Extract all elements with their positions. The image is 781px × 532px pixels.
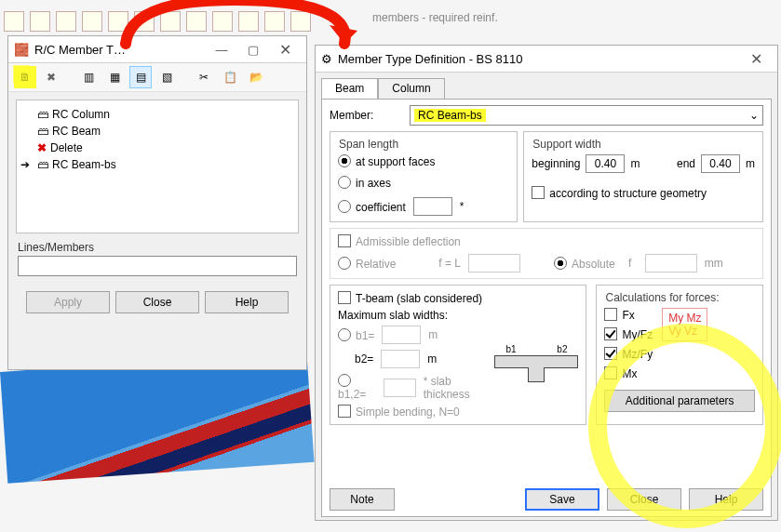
b2-label: b2= xyxy=(355,352,373,366)
app-icon: 🧱 xyxy=(14,43,29,57)
dim-b1: b1 xyxy=(505,344,516,354)
main-toolstrip: members - required reinf. xyxy=(0,11,516,32)
tree-label: RC Column xyxy=(52,107,110,122)
check-admissible-deflection: Admissible deflection xyxy=(338,235,461,248)
tabstrip: Beam Column xyxy=(316,73,777,99)
member-icon: 🗃 xyxy=(37,157,48,172)
maximize-button[interactable]: ▢ xyxy=(237,40,269,59)
lines-members-input[interactable] xyxy=(18,256,297,276)
member-icon: 🗃 xyxy=(37,107,48,122)
tree-item-rc-beam-bs[interactable]: ➔ 🗃 RC Beam-bs xyxy=(20,156,294,173)
tree-label: RC Beam xyxy=(52,124,101,139)
f-label: f xyxy=(623,257,638,270)
radio-b12: b1,2= xyxy=(338,374,376,401)
member-tree[interactable]: 🗃 RC Column 🗃 RC Beam ✖ Delete ➔ 🗃 RC Be… xyxy=(16,100,299,233)
slab-thk-label: * slab thickness xyxy=(424,375,488,401)
member-type-def-window: ⚙ Member Type Definition - BS 8110 ✕ Bea… xyxy=(315,45,778,521)
forces-line2: Vy Vz xyxy=(668,325,701,338)
close-button-panel[interactable]: Close xyxy=(607,488,681,511)
minimize-button[interactable]: — xyxy=(206,40,237,59)
unit-m: m xyxy=(630,157,640,170)
apply-button[interactable]: Apply xyxy=(26,291,110,313)
bg-tab-label: members - required reinf. xyxy=(316,11,498,30)
window-title-b: Member Type Definition - BS 8110 xyxy=(338,52,522,66)
support-width-title: Support width xyxy=(530,138,603,151)
rc-member-window: 🧱 R/C Member T… — ▢ ✕ 🗎 ✖ ▥ ▦ ▤ ▧ ✂ 📋 📂 … xyxy=(7,35,307,370)
highlight-new-icon xyxy=(13,65,30,84)
tree-label: RC Beam-bs xyxy=(52,157,116,172)
member-label: Member: xyxy=(330,109,402,122)
radio-in-axes[interactable]: in axes xyxy=(338,176,509,190)
beam-panel: Member: RC Beam-bs ⌄ Span length at supp… xyxy=(321,99,772,517)
tree-item-delete[interactable]: ✖ Delete xyxy=(20,140,294,156)
tree-item-rc-beam[interactable]: 🗃 RC Beam xyxy=(20,123,294,140)
check-myfz[interactable]: My/Fz xyxy=(604,327,653,341)
current-arrow-icon: ➔ xyxy=(20,157,30,172)
delete-icon: ✖ xyxy=(37,140,47,155)
tree-item-rc-column[interactable]: 🗃 RC Column xyxy=(20,106,294,123)
forces-line1: My Mz xyxy=(668,312,701,325)
chevron-down-icon: ⌄ xyxy=(749,109,759,122)
member-icon: 🗃 xyxy=(37,124,48,139)
abs-value xyxy=(645,254,697,273)
help-button[interactable]: Help xyxy=(205,291,289,313)
end-input[interactable]: 0.40 xyxy=(701,154,740,173)
canvas-model-view xyxy=(0,351,315,484)
titlebar-a[interactable]: 🧱 R/C Member T… — ▢ ✕ xyxy=(8,36,306,63)
radio-at-support[interactable]: at support faces xyxy=(338,154,509,168)
delete-x-icon[interactable]: ✖ xyxy=(40,66,62,88)
coef-star: * xyxy=(460,200,465,213)
gear-icon: ⚙ xyxy=(321,52,332,66)
tab-beam[interactable]: Beam xyxy=(321,78,378,99)
save-button[interactable]: Save xyxy=(525,488,599,511)
view4-icon[interactable]: ▧ xyxy=(155,66,178,88)
b1-input xyxy=(382,326,421,344)
lines-members-label: Lines/Members xyxy=(18,241,297,254)
dim-b2: b2 xyxy=(557,344,567,354)
coefficient-input[interactable] xyxy=(413,197,452,216)
beginning-input[interactable]: 0.40 xyxy=(586,154,625,173)
member-value: RC Beam-bs xyxy=(414,109,486,122)
radio-absolute: Absolute xyxy=(554,257,615,271)
f-eq-l: f = L xyxy=(438,257,461,270)
check-tbeam[interactable]: T-beam (slab considered) xyxy=(338,292,482,305)
paste-icon[interactable]: 📋 xyxy=(219,66,241,88)
cut-icon[interactable]: ✂ xyxy=(193,66,215,88)
beginning-label: beginning xyxy=(532,157,580,170)
window-title-a: R/C Member T… xyxy=(34,43,126,57)
unit-m: m xyxy=(427,352,437,366)
close-button[interactable]: Close xyxy=(115,291,199,313)
close-button-b[interactable]: ✕ xyxy=(740,49,772,68)
note-button[interactable]: Note xyxy=(330,488,395,511)
view1-icon[interactable]: ▥ xyxy=(77,66,100,88)
b2-input xyxy=(381,350,420,368)
unit-m: m xyxy=(428,328,438,341)
radio-b1: b1= xyxy=(338,328,374,342)
open-icon[interactable]: 📂 xyxy=(245,66,267,88)
member-select[interactable]: RC Beam-bs ⌄ xyxy=(410,105,763,126)
span-length-title: Span length xyxy=(336,138,401,151)
calc-forces-title: Calculations for forces: xyxy=(602,291,721,304)
titlebar-b[interactable]: ⚙ Member Type Definition - BS 8110 ✕ xyxy=(316,46,777,73)
tab-column[interactable]: Column xyxy=(378,78,444,99)
radio-relative: Relative xyxy=(338,257,396,271)
check-simple-bending: Simple bending, N=0 xyxy=(338,405,460,419)
check-structure-geometry[interactable]: according to structure geometry xyxy=(532,186,755,200)
unit-mm: mm xyxy=(705,257,723,270)
additional-params-button[interactable]: Additional parameters xyxy=(604,390,755,412)
radio-coefficient[interactable]: coefficient xyxy=(338,200,406,214)
end-label: end xyxy=(677,157,695,170)
check-mx[interactable]: Mx xyxy=(604,366,653,380)
max-slab-label: Maximum slab widths: xyxy=(338,309,578,322)
tbeam-diagram: b1 b2 xyxy=(494,344,578,383)
view2-icon[interactable]: ▦ xyxy=(103,66,126,88)
view3-icon[interactable]: ▤ xyxy=(129,66,152,88)
unit-m: m xyxy=(746,157,755,170)
close-button-a[interactable]: ✕ xyxy=(269,40,301,59)
check-mzfy[interactable]: Mz/Fy xyxy=(604,347,653,361)
check-fx[interactable]: Fx xyxy=(604,308,653,322)
rel-value xyxy=(468,254,520,273)
help-button-panel[interactable]: Help xyxy=(689,488,763,511)
b12-input xyxy=(384,379,416,397)
window-a-toolbar: 🗎 ✖ ▥ ▦ ▤ ▧ ✂ 📋 📂 xyxy=(8,63,306,92)
